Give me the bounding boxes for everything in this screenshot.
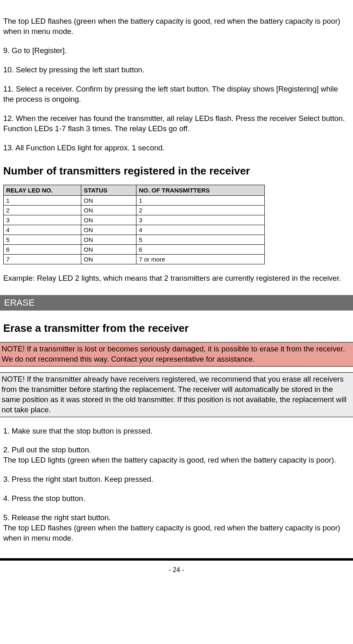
cell-count: 3 — [136, 215, 265, 225]
cell-status: ON — [81, 244, 136, 254]
cell-status: ON — [81, 205, 136, 215]
cell-count: 7 or more — [136, 254, 265, 264]
cell-count: 4 — [136, 225, 265, 235]
table-row: 6 ON 6 — [4, 244, 265, 254]
table-row: 7 ON 7 or more — [4, 254, 265, 264]
erase-step-3: 3. Press the right start button. Keep pr… — [3, 474, 350, 485]
cell-status: ON — [81, 215, 136, 225]
table-row: 2 ON 2 — [4, 205, 265, 215]
step-11: 11. Select a receiver. Confirm by pressi… — [3, 84, 350, 105]
erase-step-5-line1: 5. Release the right start button. — [3, 513, 111, 522]
step-13: 13. All Function LEDs light for approx. … — [3, 143, 350, 153]
step-9: 9. Go to [Register]. — [3, 46, 350, 56]
section-bar-erase: ERASE — [0, 295, 353, 311]
step-12: 12. When the receiver has found the tran… — [3, 114, 350, 134]
note-gray-box: NOTE! If the transmitter already have re… — [0, 372, 353, 417]
erase-step-2: 2. Pull out the stop button. The top LED… — [3, 445, 350, 465]
cell-relay: 6 — [4, 244, 81, 254]
cell-count: 1 — [136, 195, 265, 205]
erase-step-2-line1: 2. Pull out the stop button. — [3, 445, 91, 454]
col-status: STATUS — [81, 185, 136, 195]
table-row: 3 ON 3 — [4, 215, 265, 225]
intro-paragraph: The top LED flashes (green when the batt… — [3, 16, 350, 37]
document-page: The top LED flashes (green when the batt… — [0, 0, 353, 543]
erase-step-2-line2: The top LED lights (green when the batte… — [3, 456, 336, 464]
cell-relay: 4 — [4, 225, 81, 235]
cell-status: ON — [81, 254, 136, 264]
col-no-of-transmitters: NO. OF TRANSMITTERS — [136, 185, 265, 195]
cell-relay: 1 — [4, 195, 81, 205]
transmitters-table: RELAY LED NO. STATUS NO. OF TRANSMITTERS… — [3, 185, 265, 264]
note-warning-box: NOTE! If a transmitter is lost or become… — [0, 342, 353, 367]
erase-step-5: 5. Release the right start button. The t… — [3, 513, 350, 543]
table-row: 5 ON 5 — [4, 235, 265, 244]
cell-status: ON — [81, 195, 136, 205]
heading-erase-transmitter: Erase a transmitter from the receiver — [3, 322, 350, 335]
cell-status: ON — [81, 235, 136, 244]
table-header-row: RELAY LED NO. STATUS NO. OF TRANSMITTERS — [4, 185, 265, 195]
cell-status: ON — [81, 225, 136, 235]
cell-relay: 3 — [4, 215, 81, 225]
table-row: 1 ON 1 — [4, 195, 265, 205]
cell-count: 5 — [136, 235, 265, 244]
example-text: Example: Relay LED 2 lights, which means… — [3, 273, 350, 284]
cell-relay: 2 — [4, 205, 81, 215]
erase-step-5-line2: The top LED flashes (green when the batt… — [3, 523, 340, 542]
cell-count: 6 — [136, 244, 265, 254]
heading-transmitters-registered: Number of transmitters registered in the… — [3, 165, 350, 177]
step-10: 10. Select by pressing the left start bu… — [3, 65, 350, 75]
cell-relay: 7 — [4, 254, 81, 264]
table-row: 4 ON 4 — [4, 225, 265, 235]
cell-count: 2 — [136, 205, 265, 215]
col-relay-led-no: RELAY LED NO. — [4, 185, 81, 195]
cell-relay: 5 — [4, 235, 81, 244]
erase-step-4: 4. Press the stop button. — [3, 494, 350, 504]
page-number: - 24 - — [0, 561, 353, 578]
erase-step-1: 1. Make sure that the stop button is pre… — [3, 426, 350, 436]
